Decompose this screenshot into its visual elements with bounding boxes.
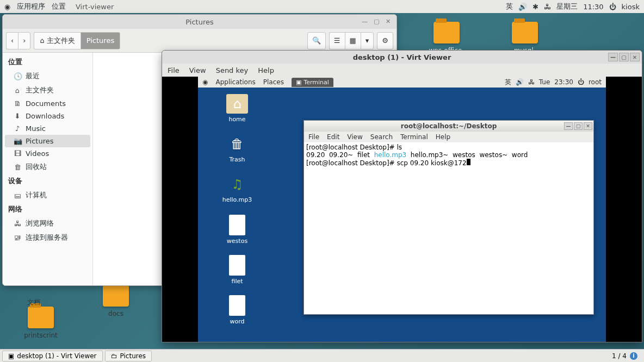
tmenu-file[interactable]: File (308, 133, 319, 141)
crumb-pictures[interactable]: Pictures (81, 32, 120, 49)
menu-view[interactable]: View (189, 66, 206, 74)
sidebar-item-home[interactable]: ⌂主文件夹 (3, 83, 92, 97)
menu-help[interactable]: Help (258, 66, 274, 74)
nav-back-button[interactable]: ‹ (6, 32, 18, 49)
search-button[interactable]: 🔍 (307, 32, 326, 49)
sidebar-section-devices: 设备 (3, 174, 92, 188)
guest-terminal-menubar: File Edit View Search Terminal Help (304, 132, 593, 142)
view-dropdown-button[interactable]: ▾ (361, 32, 374, 49)
documents-icon: 🗎 (14, 99, 21, 108)
home-icon: ⌂ (14, 86, 21, 95)
guest-icon-trash[interactable]: 🗑Trash (220, 134, 255, 163)
clock-day[interactable]: 星期三 (556, 2, 578, 11)
sidebar-item-browse[interactable]: 🖧浏览网络 (3, 216, 92, 230)
minimize-icon[interactable]: — (564, 122, 573, 130)
guest-icon-hello[interactable]: ♫hello.mp3 (220, 174, 255, 203)
info-icon[interactable]: i (630, 352, 637, 360)
volume-icon[interactable]: 🔊 (516, 78, 524, 86)
guest-menu-applications[interactable]: Applications (215, 78, 255, 86)
pictures-sidebar: 位置 🕓最近 ⌂主文件夹 🗎Documents ⬇Downloads ♪Musi… (3, 53, 93, 285)
guest-icon-westos[interactable]: westos (220, 215, 255, 245)
pictures-titlebar[interactable]: Pictures — ▢ ✕ (3, 15, 397, 29)
virt-menubar: File View Send key Help (162, 64, 642, 77)
desktop-icon-docs[interactable]: docs (91, 285, 140, 317)
guest-user[interactable]: root (589, 78, 602, 86)
guest-ime[interactable]: 英 (505, 78, 511, 87)
sidebar-item-connect[interactable]: 🖳连接到服务器 (3, 230, 92, 245)
guest-topbar: ◉ Applications Places ▣Terminal 英 🔊 🖧 Tu… (198, 77, 606, 88)
guest-terminal-title: root@localhost:~/Desktop (401, 122, 497, 130)
guest-desktop: ◉ Applications Places ▣Terminal 英 🔊 🖧 Tu… (198, 77, 606, 342)
taskbar-item-pictures[interactable]: 🗀Pictures (105, 351, 152, 361)
clock-time[interactable]: 11:30 (583, 3, 603, 11)
home-icon: ⌂ (226, 94, 248, 114)
guest-terminal-titlebar[interactable]: root@localhost:~/Desktop — ▢ ✕ (304, 121, 593, 132)
sidebar-item-music[interactable]: ♪Music (3, 122, 92, 135)
view-grid-button[interactable]: ▦ (345, 32, 361, 49)
search-icon: 🔍 (312, 36, 321, 45)
menu-sendkey[interactable]: Send key (216, 66, 249, 74)
host-taskbar: ▣desktop (1) - Virt Viewer 🗀Pictures 1 /… (0, 349, 644, 362)
bluetooth-icon[interactable]: ✱ (532, 3, 538, 11)
music-icon: ♫ (226, 174, 248, 194)
maximize-icon[interactable]: ▢ (619, 53, 629, 61)
network-icon[interactable]: 🖧 (544, 3, 551, 11)
clock-icon: 🕓 (14, 72, 21, 80)
guest-task-terminal[interactable]: ▣Terminal (292, 78, 333, 87)
guest-icon-word[interactable]: word (220, 295, 255, 325)
guest-terminal-body[interactable]: [root@localhost Desktop]# ls 09.20 09.20… (304, 142, 593, 314)
guest-icon-home[interactable]: ⌂home (220, 94, 255, 123)
settings-button[interactable]: ⚙ (377, 32, 393, 49)
server-icon: 🖳 (14, 234, 21, 242)
sidebar-item-videos[interactable]: 🎞Videos (3, 147, 92, 160)
sidebar-item-pictures[interactable]: 📷Pictures (5, 135, 90, 147)
sidebar-item-computer[interactable]: 🖴计算机 (3, 188, 92, 202)
power-icon[interactable]: ⏻ (609, 3, 616, 11)
tmenu-terminal[interactable]: Terminal (400, 133, 428, 141)
home-icon: ⌂ (40, 36, 44, 45)
menu-places[interactable]: 位置 (52, 2, 66, 11)
maximize-icon[interactable]: ▢ (574, 122, 583, 130)
tmenu-help[interactable]: Help (436, 133, 450, 141)
sidebar-section-places: 位置 (3, 55, 92, 69)
menu-applications[interactable]: 应用程序 (17, 2, 45, 11)
minimize-icon[interactable]: — (608, 53, 618, 61)
minimize-icon[interactable]: — (362, 18, 369, 26)
pictures-toolbar: ‹ › ⌂主文件夹 Pictures 🔍 ☰ ▦ ▾ ⚙ (3, 29, 397, 53)
tmenu-edit[interactable]: Edit (327, 133, 339, 141)
trash-icon: 🗑 (226, 134, 248, 154)
taskbar-focused-app[interactable]: Virt-viewer (76, 3, 114, 11)
download-icon: ⬇ (14, 112, 21, 120)
maximize-icon[interactable]: ▢ (374, 18, 381, 26)
taskbar-item-virt[interactable]: ▣desktop (1) - Virt Viewer (2, 351, 103, 361)
menu-file[interactable]: File (168, 66, 179, 74)
virt-titlebar[interactable]: desktop (1) - Virt Viewer — ▢ ✕ (162, 51, 642, 64)
network-icon[interactable]: 🖧 (528, 78, 535, 86)
guest-icon-filet[interactable]: filet (220, 255, 255, 285)
trash-icon: 🗑 (14, 163, 21, 171)
host-topbar: ◉ 应用程序 位置 Virt-viewer 英 🔊 ✱ 🖧 星期三 11:30 … (0, 0, 644, 13)
guest-menu-places[interactable]: Places (263, 78, 284, 86)
close-icon[interactable]: ✕ (386, 18, 393, 26)
desktop-icon-printscrint[interactable]: printscrint (16, 307, 65, 339)
sidebar-item-trash[interactable]: 🗑回收站 (3, 160, 92, 174)
ime-indicator[interactable]: 英 (506, 2, 513, 11)
sidebar-item-downloads[interactable]: ⬇Downloads (3, 110, 92, 122)
sidebar-item-recent[interactable]: 🕓最近 (3, 69, 92, 83)
volume-icon[interactable]: 🔊 (518, 3, 527, 11)
nav-forward-button[interactable]: › (18, 32, 30, 49)
guest-clock-day: Tue (539, 78, 550, 86)
folder-icon: 🗀 (111, 352, 117, 360)
view-list-button[interactable]: ☰ (329, 32, 345, 49)
virt-display[interactable]: ◉ Applications Places ▣Terminal 英 🔊 🖧 Tu… (162, 77, 642, 342)
workspace-indicator[interactable]: 1 / 4 (612, 352, 627, 360)
user-label[interactable]: kiosk (622, 3, 640, 11)
tmenu-view[interactable]: View (347, 133, 362, 141)
sidebar-item-documents[interactable]: 🗎Documents (3, 97, 92, 110)
crumb-home[interactable]: ⌂主文件夹 (34, 32, 80, 49)
power-icon[interactable]: ⏻ (578, 78, 584, 86)
tmenu-search[interactable]: Search (370, 133, 393, 141)
desktop-icon-label: printscrint (16, 332, 65, 339)
close-icon[interactable]: ✕ (630, 53, 640, 61)
close-icon[interactable]: ✕ (584, 122, 592, 130)
